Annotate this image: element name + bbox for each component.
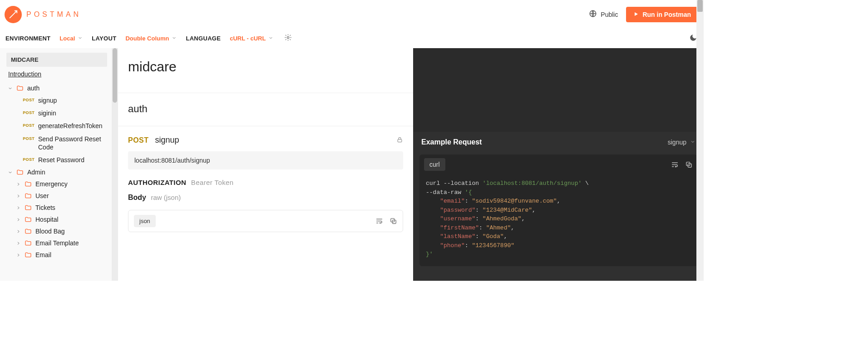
visibility-public[interactable]: Public: [589, 10, 618, 19]
request-name: siginin: [38, 109, 106, 117]
sidebar-request-refresh[interactable]: POST generateRefreshToken: [20, 119, 107, 132]
body-json-box: json: [128, 210, 403, 232]
method-badge: POST: [21, 122, 35, 128]
top-header: POSTMAN Public Run in Postman: [0, 0, 704, 29]
auth-type: Bearer Token: [191, 179, 234, 186]
header-right: Public Run in Postman: [589, 7, 698, 22]
chevron-down-icon: [78, 35, 83, 42]
copy-button[interactable]: [390, 217, 397, 225]
content-area: midcare auth POST signup localhost:8081/…: [118, 48, 704, 281]
sidebar-request-reset-pw[interactable]: POST Reset Password: [20, 154, 107, 166]
scrollbar-thumb[interactable]: [113, 48, 117, 103]
sidebar-folder-admin[interactable]: Admin: [6, 166, 107, 178]
folder-icon: [25, 216, 32, 223]
request-name: generateRefreshToken: [38, 122, 106, 130]
lock-icon: [396, 136, 403, 145]
request-method: POST: [128, 136, 149, 144]
code-snippet[interactable]: curl --location 'localhost:8081/auth/sig…: [419, 174, 697, 266]
svg-rect-2: [398, 139, 402, 142]
folder-label: Emergency: [35, 180, 68, 188]
code-card-header: curl: [419, 154, 697, 174]
app-root: POSTMAN Public Run in Postman ENVIRONMEN…: [0, 0, 704, 281]
request-block: POST signup localhost:8081/auth/signup A…: [118, 126, 413, 241]
public-label: Public: [601, 11, 618, 18]
introduction-link[interactable]: Introduction: [8, 70, 105, 78]
folder-label: auth: [27, 85, 39, 92]
authorization-heading: AUTHORIZATION Bearer Token: [128, 179, 403, 186]
chevron-down-icon: [7, 170, 13, 175]
sidebar-request-signin[interactable]: POST siginin: [20, 107, 107, 119]
env-dropdown[interactable]: Local: [59, 35, 83, 42]
play-icon: [633, 11, 639, 18]
postman-logo-icon: [5, 6, 22, 23]
chevron-right-icon: [15, 205, 21, 210]
folder-icon: [25, 180, 32, 188]
env-label: ENVIRONMENT: [5, 35, 50, 42]
run-label: Run in Postman: [642, 11, 691, 18]
run-in-postman-button[interactable]: Run in Postman: [626, 7, 698, 22]
wrap-lines-button[interactable]: [671, 161, 679, 169]
admin-children: Emergency User Tickets: [15, 178, 107, 261]
folder-icon: [16, 169, 24, 176]
example-column: Example Request signup curl curl --: [413, 48, 704, 281]
method-badge: POST: [21, 109, 35, 115]
logo[interactable]: POSTMAN: [5, 6, 81, 23]
body-language-chip[interactable]: json: [134, 215, 156, 227]
sidebar: MIDCARE Introduction auth POST signup PO…: [0, 48, 118, 281]
globe-icon: [589, 10, 597, 19]
chevron-down-icon: [268, 35, 273, 42]
folder-section-title: auth: [118, 93, 413, 126]
code-card-actions: [671, 161, 693, 169]
layout-dropdown[interactable]: Double Column: [125, 35, 177, 42]
folder-label: Email Template: [35, 239, 79, 247]
wrap-lines-button[interactable]: [375, 217, 383, 225]
method-badge: POST: [21, 156, 35, 162]
sidebar-folder-email-template[interactable]: Email Template: [15, 237, 107, 249]
folder-icon: [25, 239, 32, 247]
chevron-right-icon: [15, 194, 21, 199]
sidebar-folder-hospital[interactable]: Hospital: [15, 214, 107, 225]
sidebar-scrollbar[interactable]: [112, 48, 118, 281]
layout-value: Double Column: [125, 35, 169, 42]
request-name: signup: [38, 96, 106, 104]
chevron-right-icon: [15, 241, 21, 246]
collection-name[interactable]: MIDCARE: [6, 53, 107, 67]
request-name: Reset Password: [38, 156, 106, 164]
body-label: Body: [128, 194, 146, 201]
method-badge: POST: [21, 96, 35, 102]
code-card: curl curl --location 'localhost:8081/aut…: [419, 154, 697, 266]
sidebar-request-send-reset[interactable]: POST Send Password Reset Code: [20, 133, 107, 154]
folder-label: Blood Bag: [35, 228, 65, 235]
folder-icon: [16, 85, 24, 92]
code-language-chip[interactable]: curl: [424, 158, 445, 171]
chevron-right-icon: [15, 253, 21, 258]
auth-label: AUTHORIZATION: [128, 179, 186, 186]
sidebar-folder-user[interactable]: User: [15, 190, 107, 202]
sidebar-folder-tickets[interactable]: Tickets: [15, 202, 107, 214]
sidebar-request-signup[interactable]: POST signup: [20, 94, 107, 107]
settings-button[interactable]: [284, 34, 292, 43]
sidebar-folder-email[interactable]: Email: [15, 249, 107, 261]
request-url[interactable]: localhost:8081/auth/signup: [128, 151, 403, 169]
folder-label: Email: [35, 251, 51, 258]
sidebar-folder-emergency[interactable]: Emergency: [15, 178, 107, 190]
folder-label: Tickets: [35, 204, 55, 211]
example-spacer: [413, 48, 704, 132]
folder-icon: [25, 204, 32, 211]
chevron-right-icon: [15, 229, 21, 234]
language-dropdown[interactable]: cURL - cURL: [230, 35, 273, 42]
sidebar-folder-blood-bag[interactable]: Blood Bag: [15, 225, 107, 237]
request-header: POST signup: [128, 135, 403, 145]
page-scrollbar[interactable]: [696, 0, 704, 281]
copy-button[interactable]: [685, 161, 693, 169]
folder-icon: [25, 228, 32, 235]
example-selector[interactable]: signup: [668, 139, 695, 146]
chevron-down-icon: [7, 86, 13, 91]
chevron-right-icon: [15, 217, 21, 222]
folder-icon: [25, 251, 32, 258]
toolbar: ENVIRONMENT Local LAYOUT Double Column L…: [0, 29, 704, 48]
scrollbar-thumb[interactable]: [697, 0, 703, 12]
auth-children: POST signup POST siginin POST generateRe…: [20, 94, 107, 166]
sidebar-folder-auth[interactable]: auth: [6, 82, 107, 94]
env-value: Local: [59, 35, 75, 42]
